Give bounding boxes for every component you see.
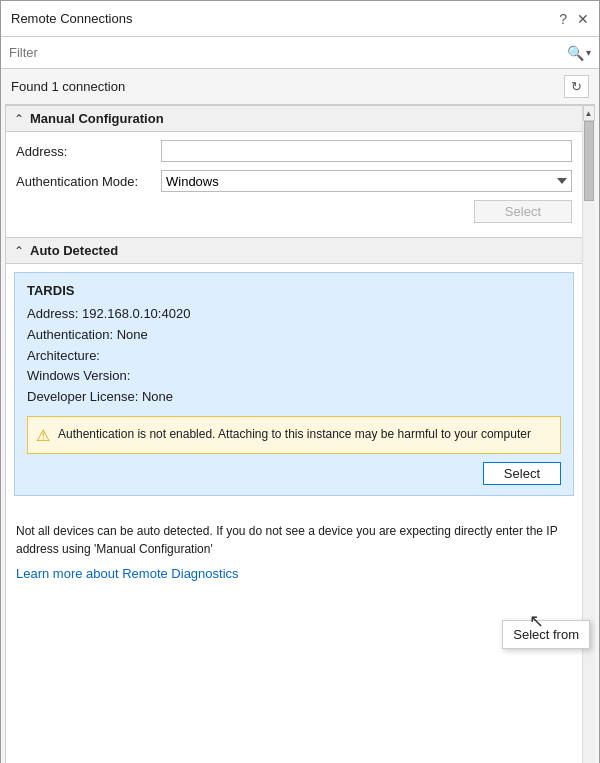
search-icon: 🔍	[567, 45, 584, 61]
auto-detected-chevron-icon: ⌃	[14, 244, 24, 258]
filter-input[interactable]	[9, 45, 567, 60]
bottom-section: Not all devices can be auto detected. If…	[6, 512, 582, 587]
device-auth-row: Authentication: None	[27, 325, 561, 346]
manual-config-label: Manual Configuration	[30, 111, 164, 126]
device-info: Address: 192.168.0.10:4020 Authenticatio…	[27, 304, 561, 408]
filter-dropdown-icon[interactable]: ▾	[586, 47, 591, 58]
manual-config-chevron-icon: ⌃	[14, 112, 24, 126]
device-name: TARDIS	[27, 283, 561, 298]
auto-detected-section-header[interactable]: ⌃ Auto Detected	[6, 237, 582, 264]
warning-box: ⚠ Authentication is not enabled. Attachi…	[27, 416, 561, 454]
warning-text: Authentication is not enabled. Attaching…	[58, 425, 531, 443]
auth-mode-label: Authentication Mode:	[16, 174, 161, 189]
close-button[interactable]: ✕	[577, 11, 589, 27]
manual-config-content: Address: Authentication Mode: Windows No…	[6, 132, 582, 237]
address-label: Address:	[16, 144, 161, 159]
manual-select-button[interactable]: Select	[474, 200, 572, 223]
scroll-up-arrow[interactable]: ▲	[583, 105, 595, 121]
auth-mode-row: Authentication Mode: Windows None Univer…	[16, 170, 572, 192]
device-winver-row: Windows Version:	[27, 366, 561, 387]
device-address-row: Address: 192.168.0.10:4020	[27, 304, 561, 325]
device-devlicense-label: Developer License:	[27, 389, 138, 404]
auto-detected-content: TARDIS Address: 192.168.0.10:4020 Authen…	[6, 264, 582, 512]
title-bar-controls: ? ✕	[559, 11, 589, 27]
scrollbar[interactable]: ▲ ▼	[582, 105, 594, 763]
refresh-button[interactable]: ↻	[564, 75, 589, 98]
filter-row: 🔍 ▾	[1, 37, 599, 69]
warning-icon: ⚠	[36, 426, 50, 445]
window-title: Remote Connections	[11, 11, 132, 26]
manual-config-section-header[interactable]: ⌃ Manual Configuration	[6, 105, 582, 132]
manual-select-row: Select	[16, 200, 572, 229]
main-content: ⌃ Manual Configuration Address: Authenti…	[5, 104, 595, 763]
scrollbar-thumb[interactable]	[584, 121, 594, 201]
tooltip-text: Select from	[513, 627, 579, 642]
learn-more-link[interactable]: Learn more about Remote Diagnostics	[16, 566, 239, 581]
device-address-label: Address:	[27, 306, 78, 321]
refresh-icon: ↻	[571, 79, 582, 94]
device-devlicense-row: Developer License: None	[27, 387, 561, 408]
select-from-tooltip: Select from	[502, 620, 590, 649]
device-auth-label: Authentication:	[27, 327, 113, 342]
address-row: Address:	[16, 140, 572, 162]
device-address-value: 192.168.0.10:4020	[82, 306, 190, 321]
found-row: Found 1 connection ↻	[1, 69, 599, 104]
device-arch-label: Architecture:	[27, 348, 100, 363]
bottom-description: Not all devices can be auto detected. If…	[16, 522, 572, 558]
device-winver-label: Windows Version:	[27, 368, 130, 383]
title-bar: Remote Connections ? ✕	[1, 1, 599, 37]
scrollbar-track[interactable]	[583, 121, 595, 763]
device-arch-row: Architecture:	[27, 346, 561, 367]
device-card-tardis: TARDIS Address: 192.168.0.10:4020 Authen…	[14, 272, 574, 496]
device-auth-value: None	[117, 327, 148, 342]
found-text: Found 1 connection	[11, 79, 125, 94]
device-devlicense-value: None	[142, 389, 173, 404]
scroll-area[interactable]: ⌃ Manual Configuration Address: Authenti…	[6, 105, 582, 763]
auto-detected-label: Auto Detected	[30, 243, 118, 258]
device-select-button[interactable]: Select	[483, 462, 561, 485]
address-input[interactable]	[161, 140, 572, 162]
device-card-footer: Select	[27, 462, 561, 485]
help-button[interactable]: ?	[559, 11, 567, 27]
auth-mode-select[interactable]: Windows None Universal	[161, 170, 572, 192]
